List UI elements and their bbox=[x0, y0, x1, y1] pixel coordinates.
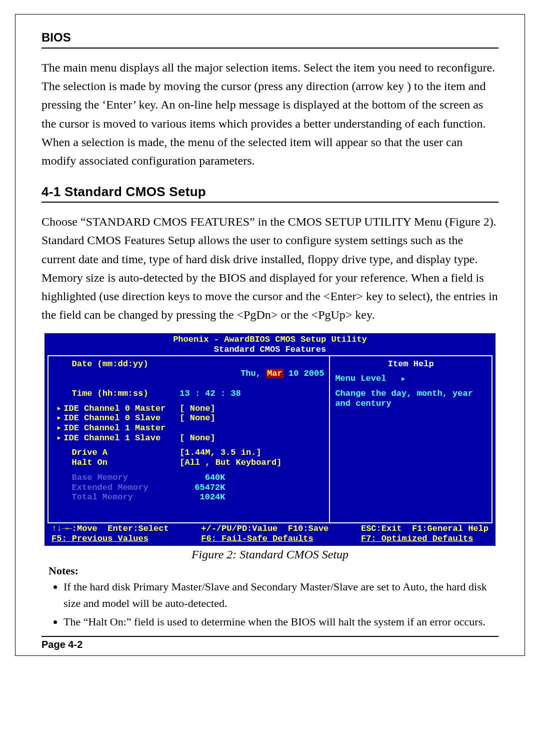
drive-a-label: Drive A bbox=[56, 448, 180, 458]
date-label: Date (mm:dd:yy) bbox=[56, 359, 169, 389]
item-help-title: Item Help bbox=[335, 359, 486, 369]
nav-col1: ↑↓→←:Move Enter:SelectF5: Previous Value… bbox=[52, 524, 169, 543]
notes-list: If the hard disk Primary Master/Slave an… bbox=[54, 578, 498, 630]
figure-caption: Figure 2: Standard CMOS Setup bbox=[42, 548, 498, 561]
page-header: BIOS bbox=[42, 31, 498, 49]
menu-level-row: Menu Level ► bbox=[335, 374, 486, 384]
notes-item: The “Halt On:” field is used to determin… bbox=[64, 613, 498, 630]
total-memory-label: Total Memory bbox=[56, 492, 180, 502]
time-value[interactable]: 13 : 42 : 38 bbox=[180, 389, 324, 399]
date-value-rest: 10 2005 bbox=[284, 369, 324, 378]
bios-help-panel: Item Help Menu Level ► Change the day, m… bbox=[329, 356, 492, 523]
ide-ch1-master-value bbox=[180, 423, 324, 433]
ide-ch1-slave-label[interactable]: IDE Channel 1 Slave bbox=[56, 433, 180, 443]
notes-heading: Notes: bbox=[48, 564, 498, 577]
ide-ch0-master-label[interactable]: IDE Channel 0 Master bbox=[56, 404, 180, 414]
base-memory-value: 640K bbox=[180, 473, 324, 483]
bios-left-panel: Date (mm:dd:yy) Thu, Mar 10 2005 Time (h… bbox=[48, 356, 329, 523]
halt-on-value[interactable]: [All , But Keyboard] bbox=[180, 458, 324, 468]
ide-ch0-slave-value: [ None] bbox=[180, 413, 324, 423]
chevron-right-icon: ► bbox=[402, 376, 405, 383]
bios-screenshot: Phoenix - AwardBIOS CMOS Setup Utility S… bbox=[44, 333, 496, 546]
intro-paragraph: The main menu displays all the major sel… bbox=[42, 59, 498, 170]
total-memory-value: 1024K bbox=[180, 492, 324, 502]
section-body: Choose “STANDARD CMOS FEATURES” in the C… bbox=[42, 213, 498, 324]
halt-on-label: Halt On bbox=[56, 458, 180, 468]
section-title: 4-1 Standard CMOS Setup bbox=[42, 184, 498, 203]
extended-memory-label: Extended Memory bbox=[56, 483, 180, 493]
ide-ch0-slave-label[interactable]: IDE Channel 0 Slave bbox=[56, 413, 180, 423]
date-value-day: Thu, bbox=[240, 369, 266, 378]
item-help-text: Change the day, month, year and century bbox=[335, 389, 486, 408]
bios-title-line1: Phoenix - AwardBIOS CMOS Setup Utility bbox=[44, 335, 496, 345]
time-label: Time (hh:mm:ss) bbox=[56, 389, 180, 399]
bios-title-line2: Standard CMOS Features bbox=[44, 345, 496, 355]
base-memory-label: Base Memory bbox=[56, 473, 180, 483]
nav-col3: ESC:Exit F1:General HelpF7: Optimized De… bbox=[361, 524, 488, 543]
drive-a-value[interactable]: [1.44M, 3.5 in.] bbox=[180, 448, 324, 458]
date-month-selected[interactable]: Mar bbox=[266, 369, 284, 378]
ide-ch0-master-value: [ None] bbox=[180, 404, 324, 414]
page-number: Page 4-2 bbox=[42, 639, 82, 650]
extended-memory-value: 65472K bbox=[180, 483, 324, 493]
notes-item: If the hard disk Primary Master/Slave an… bbox=[64, 578, 498, 611]
ide-ch1-master-label[interactable]: IDE Channel 1 Master bbox=[56, 423, 180, 433]
nav-col2: +/-/PU/PD:Value F10:SaveF6: Fail-Safe De… bbox=[201, 524, 328, 543]
ide-ch1-slave-value: [ None] bbox=[180, 433, 324, 443]
bios-nav-bar: ↑↓→←:Move Enter:SelectF5: Previous Value… bbox=[44, 523, 496, 546]
